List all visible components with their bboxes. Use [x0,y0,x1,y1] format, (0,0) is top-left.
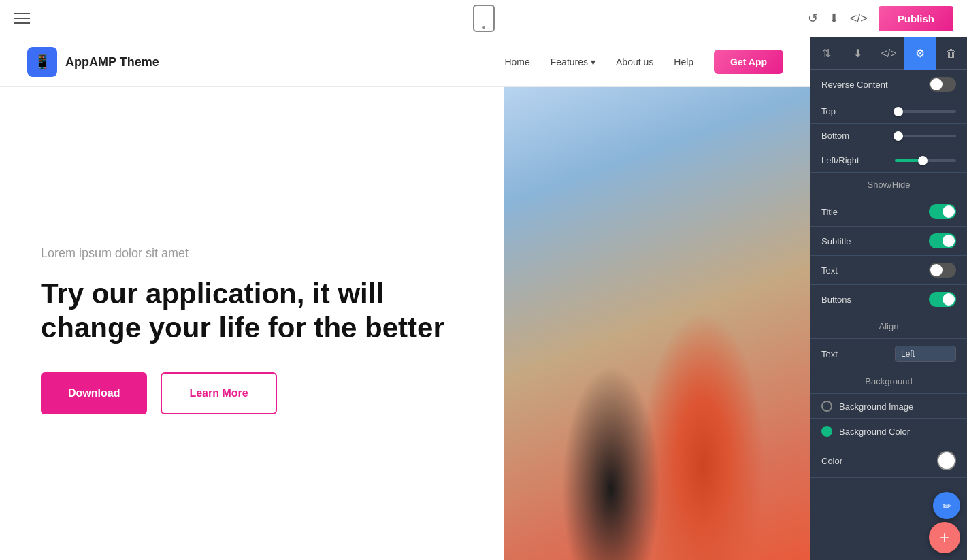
get-app-button[interactable]: Get App [714,50,783,74]
color-swatch[interactable] [937,451,956,470]
chevron-down-icon: ▾ [591,56,595,67]
toolbar-center [473,5,495,32]
background-section-label: Background [810,369,967,394]
panel-delete-button[interactable]: 🗑 [936,37,967,70]
toggle-knob [930,78,943,90]
bg-image-radio[interactable] [821,401,832,412]
color-row: Color [810,444,967,478]
show-hide-section-label: Show/Hide [810,173,967,197]
title-row: Title [810,197,967,227]
phone-preview-icon[interactable] [473,5,495,32]
buttons-toggle[interactable] [929,292,956,307]
buttons-row: Buttons [810,285,967,314]
hero-right [504,87,810,560]
phone-dot [482,26,485,29]
nav-features-label: Features [551,56,588,67]
learn-more-button[interactable]: Learn More [161,372,276,414]
panel-download-button[interactable]: ⬇ [842,37,873,70]
left-right-label: Left/Right [821,155,859,165]
bg-image-label: Background Image [839,401,913,412]
toolbar-right: ↺ ⬇ </> Publish [808,6,953,31]
bg-color-row: Background Color [810,419,967,444]
fab-edit-button[interactable]: ✏ [933,492,960,519]
undo-button[interactable]: ↺ [808,11,818,26]
logo-area: 📱 AppAMP Theme [27,47,159,77]
panel-settings-button[interactable]: ⚙ [904,37,936,70]
top-slider-thumb[interactable] [894,107,903,116]
title-label: Title [821,207,838,217]
download-button[interactable]: Download [41,372,147,414]
top-row: Top [810,99,967,124]
phone-logo-glyph: 📱 [34,54,51,70]
hero-subtitle: Lorem ipsum dolor sit amet [41,246,463,261]
subtitle-toggle-knob [943,235,955,247]
align-section-label: Align [810,314,967,339]
nav-links: Home Features ▾ About us Help Get App [504,50,783,74]
bg-color-label: Background Color [839,427,910,437]
top-label: Top [821,106,836,116]
toolbar-left [14,13,30,24]
settings-panel: ⇅ ⬇ </> ⚙ 🗑 Reverse Content Top [810,37,967,560]
reverse-content-toggle[interactable] [929,77,956,92]
text-toggle[interactable] [929,263,956,278]
panel-content[interactable]: Reverse Content Top Bottom [810,70,967,560]
nav-help[interactable]: Help [674,56,693,67]
logo-icon: 📱 [27,47,57,77]
bottom-slider[interactable] [895,135,956,137]
bottom-row: Bottom [810,124,967,148]
subtitle-toggle[interactable] [929,233,956,248]
buttons-label: Buttons [821,295,851,305]
text-align-label: Text [821,349,838,359]
code-button[interactable]: </> [850,12,868,26]
bottom-label: Bottom [821,131,849,141]
page-header: 📱 AppAMP Theme Home Features ▾ About us … [0,37,810,87]
publish-button[interactable]: Publish [879,6,953,31]
logo-text: AppAMP Theme [65,55,159,69]
bg-image-row: Background Image [810,394,967,419]
subtitle-label: Subtitle [821,236,851,246]
bg-color-radio[interactable] [821,426,832,437]
bottom-slider-thumb[interactable] [894,131,903,141]
hero-buttons: Download Learn More [41,372,463,414]
buttons-toggle-knob [943,293,955,306]
download-icon-button[interactable]: ⬇ [829,11,839,26]
hero-title: Try our application, it will change your… [41,277,463,346]
nav-features[interactable]: Features ▾ [551,56,595,67]
hamburger-menu[interactable] [14,13,30,24]
text-label: Text [821,265,838,276]
top-toolbar: ↺ ⬇ </> Publish [0,0,967,37]
fab-add-button[interactable]: + [929,522,960,553]
title-toggle[interactable] [929,204,956,219]
nav-about[interactable]: About us [616,56,653,67]
hero-section: Lorem ipsum dolor sit amet Try our appli… [0,87,810,560]
left-right-row: Left/Right [810,148,967,173]
left-right-slider[interactable] [895,159,956,162]
top-slider[interactable] [895,110,956,113]
reverse-content-label: Reverse Content [821,80,888,90]
subtitle-row: Subtitle [810,227,967,256]
panel-code-button[interactable]: </> [873,37,904,70]
hero-image [504,87,810,560]
canvas-area: 📱 AppAMP Theme Home Features ▾ About us … [0,37,810,560]
reverse-content-row: Reverse Content [810,70,967,99]
text-align-row: Text Left Center Right [810,339,967,369]
women-overlay [504,87,810,560]
color-label: Color [821,456,842,466]
main-layout: 📱 AppAMP Theme Home Features ▾ About us … [0,37,967,560]
hero-left: Lorem ipsum dolor sit amet Try our appli… [0,87,504,560]
text-toggle-knob [930,264,943,276]
text-align-select[interactable]: Left Center Right [895,346,956,362]
text-row: Text [810,256,967,285]
title-toggle-knob [943,205,955,218]
panel-sort-button[interactable]: ⇅ [810,37,842,70]
left-right-slider-thumb[interactable] [918,156,928,165]
panel-toolbar: ⇅ ⬇ </> ⚙ 🗑 [810,37,967,70]
nav-home[interactable]: Home [504,56,529,67]
